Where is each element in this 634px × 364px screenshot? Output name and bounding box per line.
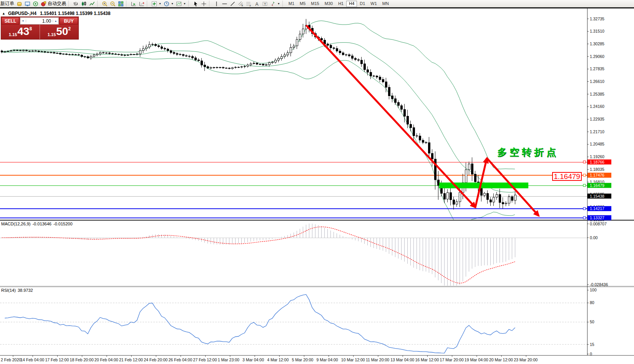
buy-price[interactable]: 1.15 50 2: [40, 25, 78, 39]
level-anchor-square[interactable]: [583, 161, 586, 163]
bear-candle: [155, 44, 157, 46]
cursor-button[interactable]: [192, 0, 200, 7]
level-anchor-square[interactable]: [583, 174, 586, 176]
monitor-icon: [25, 1, 30, 7]
sell-price-sup: 8: [29, 26, 32, 31]
mt4-terminal: { "toolbar": { "groups": [ {"items": [ {…: [0, 0, 634, 364]
tf-m30[interactable]: M30: [322, 1, 335, 7]
bear-candle: [388, 87, 390, 96]
label-button[interactable]: T: [261, 0, 269, 7]
tile-windows-button[interactable]: [117, 0, 125, 7]
bear-candle: [87, 57, 89, 58]
bear-candle: [109, 53, 111, 54]
tf-h4[interactable]: H4: [346, 1, 357, 7]
bear-candle: [164, 48, 166, 49]
time-axis[interactable]: 2 Feb 202014 Feb 04:0017 Feb 12:0018 Feb…: [1, 356, 538, 362]
templates-button[interactable]: ▼: [175, 0, 187, 7]
yellow-cube-icon: [17, 1, 22, 7]
level-anchor-square[interactable]: [583, 207, 586, 210]
bear-candle: [256, 63, 258, 64]
tf-m15[interactable]: M15: [308, 1, 322, 7]
trend-arrow-segment[interactable]: [306, 25, 475, 207]
volume-decrease-icon[interactable]: ▼: [20, 20, 26, 22]
trendline-button[interactable]: [229, 0, 237, 7]
bear-candle: [78, 55, 80, 55]
indicators-button[interactable]: ▼: [150, 0, 163, 7]
tf-d1[interactable]: D1: [357, 1, 368, 7]
horizontal-line-button[interactable]: [221, 0, 229, 7]
macd-tick-label: 0.008707: [590, 222, 607, 226]
buy-button[interactable]: BUY: [60, 17, 78, 25]
zoom-in-button[interactable]: [101, 0, 109, 7]
signals-button[interactable]: [32, 0, 40, 7]
bollinger-bands: [2, 21, 515, 225]
rsi-pane-content: [0, 295, 587, 353]
sell-price-small: 1.15: [9, 32, 17, 39]
tf-w1[interactable]: W1: [368, 1, 380, 7]
bear-candle: [395, 99, 397, 103]
svg-text:E: E: [241, 4, 243, 7]
chart-canvas[interactable]: 1.327351.315101.302851.290601.278351.266…: [0, 0, 634, 364]
channel-icon: E: [238, 1, 244, 7]
sell-button[interactable]: SELL: [2, 17, 19, 25]
line-chart-button[interactable]: [88, 0, 96, 7]
sell-price[interactable]: 1.15 43 8: [1, 25, 40, 39]
terminal-button[interactable]: [23, 0, 32, 7]
buy-price-sup: 2: [68, 26, 71, 31]
price-badge-label: 1.15438: [590, 194, 604, 199]
bull-candle: [47, 52, 49, 53]
linechart-icon: [89, 1, 95, 7]
volume-increase-icon[interactable]: ▲: [53, 20, 58, 22]
bear-candle: [192, 56, 194, 58]
bar-chart-button[interactable]: [72, 0, 80, 7]
auto-trading-button[interactable]: 自动交易: [40, 0, 67, 7]
auto-scroll-button[interactable]: [129, 0, 138, 7]
bear-candle: [382, 79, 384, 82]
rsi-tick-label: 100: [590, 288, 597, 292]
bear-candle: [401, 106, 403, 109]
window-border: [0, 7, 634, 8]
volume-value[interactable]: 1.00: [26, 18, 53, 24]
rsi-axis: 1008050150: [587, 288, 597, 356]
arrows-button[interactable]: ▼: [269, 0, 281, 7]
bear-candle: [453, 200, 455, 205]
bear-candle: [219, 67, 221, 68]
bear-candle: [370, 72, 372, 76]
autotrade-icon: [41, 1, 46, 7]
price-tick-label: 1.25385: [590, 92, 604, 96]
tf-mn[interactable]: MN: [380, 1, 392, 7]
time-tick-label: 18 Feb 20:00: [70, 357, 94, 362]
signal-icon: [33, 1, 38, 7]
tf-m5[interactable]: M5: [297, 1, 308, 7]
channel-button[interactable]: E: [237, 0, 245, 7]
price-callout-box[interactable]: 1.16479: [552, 172, 582, 181]
text-button[interactable]: A: [253, 0, 261, 7]
vertical-line-button[interactable]: [212, 0, 221, 7]
new-order-button[interactable]: 新订单: [0, 0, 15, 7]
tf-m1[interactable]: M1: [286, 1, 297, 7]
level-anchor-square[interactable]: [583, 184, 586, 187]
zoom-out-button[interactable]: [109, 0, 117, 7]
bull-candle: [143, 49, 144, 51]
tf-h1[interactable]: H1: [335, 1, 346, 7]
bear-candle: [487, 194, 489, 200]
bollinger-middle-band: [2, 43, 515, 192]
bear-candle: [432, 153, 433, 159]
candle-chart-button[interactable]: [80, 0, 88, 7]
pivot-annotation-text[interactable]: 多空转折点: [497, 146, 559, 159]
bull-candle: [93, 55, 95, 56]
level-anchor-square[interactable]: [583, 217, 586, 219]
bear-candle: [115, 54, 117, 54]
periods-button[interactable]: ▼: [163, 0, 175, 7]
time-tick-label: 17 Feb 12:00: [45, 357, 69, 362]
zoom-out-icon: [110, 1, 116, 7]
crosshair-button[interactable]: [200, 0, 208, 7]
price-axis[interactable]: 1.327351.315101.302851.290601.278351.266…: [583, 8, 611, 355]
bull-candle: [253, 63, 255, 64]
new-order-button-label: 新订单: [0, 0, 14, 7]
chart-shift-button[interactable]: [138, 0, 146, 7]
bull-candle: [250, 64, 252, 65]
fibonacci-button[interactable]: F: [245, 0, 253, 7]
volume-stepper[interactable]: ▼ 1.00 ▲: [20, 17, 59, 25]
market-watch-button[interactable]: [15, 0, 23, 7]
